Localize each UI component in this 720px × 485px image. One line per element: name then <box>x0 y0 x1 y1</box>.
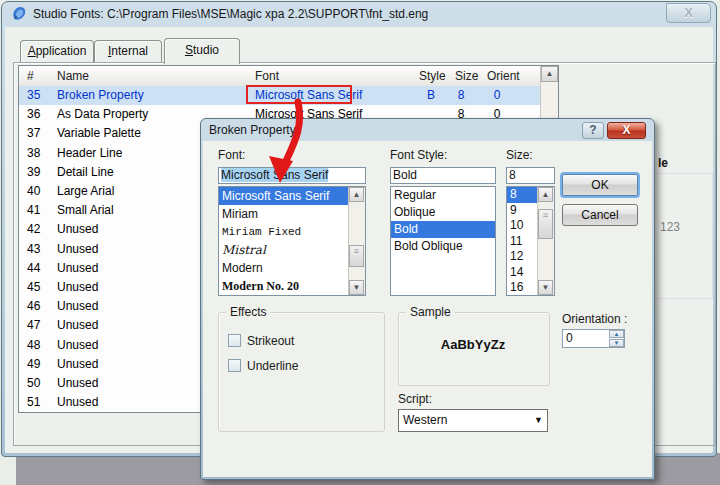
preview-sample-text: 123 <box>660 220 680 234</box>
font-style-item[interactable]: Regular <box>391 187 495 204</box>
orientation-value: 0 <box>566 331 573 345</box>
size-item[interactable]: 8 <box>507 187 538 203</box>
cell-name: Small Arial <box>57 201 114 220</box>
cell-name: Unused <box>57 297 98 316</box>
cell-num: 39 <box>27 163 53 182</box>
size-item[interactable]: 12 <box>507 249 538 265</box>
column-header-num[interactable]: # <box>27 69 34 83</box>
scroll-down-icon[interactable]: ▼ <box>349 280 364 295</box>
cell-num: 42 <box>27 220 53 239</box>
dialog-help-button[interactable]: ? <box>582 122 604 139</box>
font-style-input-value: Bold <box>393 168 417 182</box>
scrollbar-thumb[interactable]: ≡ <box>349 245 364 267</box>
size-input-value: 8 <box>509 168 516 182</box>
column-header-size[interactable]: Size <box>455 69 478 83</box>
cell-num: 43 <box>27 240 53 259</box>
cell-name: Unused <box>57 393 98 412</box>
cancel-button[interactable]: Cancel <box>562 204 638 226</box>
cell-name: Unused <box>57 278 98 297</box>
script-dropdown[interactable]: Western ▼ <box>398 409 548 432</box>
preview-partial-label: le <box>658 156 668 170</box>
close-icon: X <box>684 5 693 20</box>
scroll-down-icon[interactable]: ▼ <box>538 280 553 295</box>
font-list-item[interactable]: Mistral <box>219 241 349 259</box>
font-style-item[interactable]: Oblique <box>391 204 495 221</box>
tab-studio[interactable]: Studio <box>164 38 240 64</box>
font-input-value: Microsoft Sans Serif <box>221 168 328 182</box>
font-style-item[interactable]: Bold Oblique <box>391 238 495 255</box>
font-list-item[interactable]: Modern No. 20 <box>219 277 349 295</box>
cell-name: Unused <box>57 316 98 335</box>
tab-internal[interactable]: Internal <box>94 40 162 63</box>
font-style-item[interactable]: Bold <box>391 221 495 238</box>
font-input[interactable]: Microsoft Sans Serif <box>218 167 366 184</box>
scrollbar-thumb[interactable]: ≡ <box>538 209 553 239</box>
tab-application[interactable]: Application <box>20 40 94 63</box>
cell-name: Unused <box>57 220 98 239</box>
cell-num: 44 <box>27 259 53 278</box>
scroll-up-icon[interactable]: ▲ <box>538 187 553 202</box>
scroll-up-icon[interactable]: ▲ <box>541 66 558 82</box>
font-list-item[interactable]: Miriam Fixed <box>219 223 349 241</box>
font-list[interactable]: Microsoft Sans SerifMiriamMiriam FixedMi… <box>218 186 366 296</box>
size-item[interactable]: 11 <box>507 234 538 250</box>
font-list-item[interactable]: Miriam <box>219 205 349 223</box>
cell-name: Unused <box>57 336 98 355</box>
size-item[interactable]: 16 <box>507 280 538 296</box>
font-style-label: Font Style: <box>390 148 447 162</box>
font-list-item[interactable]: Microsoft Sans Serif <box>219 187 349 205</box>
screen: Studio Fonts: C:\Program Files\MSE\Magic… <box>0 0 720 485</box>
dialog-titlebar[interactable]: Broken Property ? X <box>201 119 654 141</box>
cell-num: 36 <box>27 105 53 124</box>
font-list-scrollbar[interactable]: ▲ ≡ ▼ <box>348 187 365 295</box>
size-item[interactable]: 9 <box>507 203 538 219</box>
size-item[interactable]: 10 <box>507 218 538 234</box>
column-header-style[interactable]: Style <box>419 69 446 83</box>
cell-num: 49 <box>27 355 53 374</box>
spin-up-icon[interactable]: ▲ <box>609 330 624 338</box>
annotation-highlight-rect <box>246 85 352 104</box>
cell-orient: 0 <box>475 86 519 105</box>
strikeout-checkbox[interactable] <box>228 334 241 347</box>
scroll-up-icon[interactable]: ▲ <box>349 187 364 202</box>
table-header[interactable]: #NameFontStyleSizeOrient <box>19 66 558 87</box>
column-header-font[interactable]: Font <box>255 69 279 83</box>
dialog-close-button[interactable]: X <box>607 122 646 139</box>
cell-num: 35 <box>27 86 53 105</box>
close-icon: X <box>622 123 630 137</box>
window-close-button[interactable]: X <box>666 3 711 23</box>
underline-label: Underline <box>247 359 298 373</box>
chevron-down-icon: ▼ <box>534 410 543 431</box>
script-value: Western <box>403 413 447 427</box>
broken-property-dialog: Broken Property ? X Font: Microsoft Sans… <box>200 118 655 480</box>
strikeout-label: Strikeout <box>247 334 294 348</box>
size-input[interactable]: 8 <box>506 167 555 184</box>
sample-preview-text: AaBbYyZz <box>398 337 548 352</box>
cell-num: 38 <box>27 144 53 163</box>
cell-num: 50 <box>27 374 53 393</box>
font-style-input[interactable]: Bold <box>390 167 496 184</box>
cell-num: 37 <box>27 124 53 143</box>
cell-num: 48 <box>27 336 53 355</box>
size-list-scrollbar[interactable]: ▲ ≡ ▼ <box>537 187 554 295</box>
cell-name: Unused <box>57 374 98 393</box>
sample-label: Sample <box>406 305 455 319</box>
preview-box <box>651 173 713 299</box>
dialog-title: Broken Property <box>209 123 296 137</box>
underline-checkbox[interactable] <box>228 359 241 372</box>
effects-groupbox: Effects <box>218 312 385 432</box>
cell-num: 40 <box>27 182 53 201</box>
orientation-label: Orientation : <box>562 312 627 326</box>
window-titlebar[interactable]: Studio Fonts: C:\Program Files\MSE\Magic… <box>5 2 713 26</box>
size-item[interactable]: 14 <box>507 265 538 281</box>
font-list-item[interactable]: Modern <box>219 259 349 277</box>
spin-down-icon[interactable]: ▼ <box>609 339 624 347</box>
ok-button[interactable]: OK <box>562 174 638 196</box>
column-header-name[interactable]: Name <box>57 69 89 83</box>
cell-num: 45 <box>27 278 53 297</box>
cell-name: Variable Palette <box>57 124 141 143</box>
font-style-list[interactable]: RegularObliqueBoldBold Oblique <box>390 186 496 296</box>
size-list[interactable]: 891011121416 ▲ ≡ ▼ <box>506 186 555 296</box>
column-header-orient[interactable]: Orient <box>487 69 520 83</box>
orientation-spinner[interactable]: 0 ▲ ▼ <box>562 329 625 348</box>
